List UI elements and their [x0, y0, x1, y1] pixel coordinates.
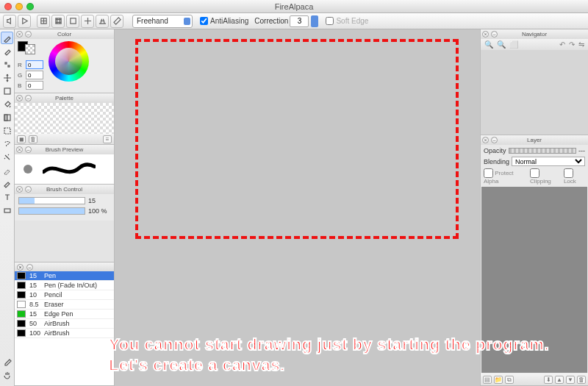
dot-tool[interactable]: [1, 58, 13, 71]
select-pen-tool[interactable]: [1, 164, 13, 176]
wand-tool[interactable]: [1, 151, 13, 163]
stroke-mode-dropdown[interactable]: Freehand: [132, 15, 193, 28]
shape-tool[interactable]: [1, 204, 13, 216]
color-wheel[interactable]: [49, 41, 89, 82]
protect-alpha-checkbox[interactable]: Protect Alpha: [484, 168, 526, 185]
close-icon[interactable]: ×: [17, 264, 24, 271]
color-panel: ×–Color R G B: [15, 29, 114, 93]
select-lasso-tool[interactable]: [1, 137, 13, 150]
move-up-button[interactable]: ▲: [555, 376, 564, 384]
canvas-area[interactable]: [115, 29, 481, 386]
zoom-out-icon[interactable]: 🔍: [497, 40, 506, 49]
eyedropper-tool[interactable]: [1, 355, 13, 368]
palette-menu-button[interactable]: ≡: [103, 135, 112, 143]
softedge-input[interactable]: [326, 17, 334, 25]
brush-row[interactable]: 10Pencil: [15, 290, 114, 300]
grid-icon[interactable]: [37, 15, 50, 28]
brush-row[interactable]: 15Pen (Fade In/Out): [15, 281, 114, 290]
new-folder-button[interactable]: 📁: [494, 376, 503, 384]
opacity-value: ---: [578, 147, 585, 154]
ruler-icon[interactable]: [110, 15, 123, 28]
grid4-icon[interactable]: [51, 15, 65, 28]
brush-preview-title: Brush Preview: [46, 146, 84, 153]
brush-list-panel: ×– 15Pen15Pen (Fade In/Out)10Pencil8.5Er…: [15, 262, 114, 386]
speaker-icon[interactable]: [3, 15, 16, 28]
b-input[interactable]: [26, 81, 43, 90]
brush-stroke-preview: [43, 161, 96, 177]
collapse-icon[interactable]: –: [25, 146, 32, 153]
blending-dropdown[interactable]: Normal: [512, 157, 585, 166]
fg-bg-swatch[interactable]: [18, 41, 43, 54]
collapse-icon[interactable]: –: [25, 95, 32, 101]
brush-size: 50: [28, 320, 44, 327]
close-icon[interactable]: ×: [16, 31, 23, 37]
brush-swatch: [17, 272, 26, 279]
correction-spinner[interactable]: [311, 15, 318, 27]
select-rect-tool[interactable]: [1, 124, 13, 137]
antialias-input[interactable]: [200, 17, 208, 25]
brush-row[interactable]: 8.5Eraser: [15, 300, 114, 310]
bucket-tool[interactable]: [1, 98, 13, 110]
collapse-icon[interactable]: –: [491, 31, 498, 37]
move-down-button[interactable]: ▼: [566, 376, 575, 384]
brush-size: 15: [28, 282, 44, 289]
rotate-left-icon[interactable]: ↶: [559, 40, 565, 49]
softedge-checkbox[interactable]: Soft Edge: [326, 17, 368, 25]
gradient-tool[interactable]: [1, 111, 13, 124]
hand-tool[interactable]: [1, 368, 13, 381]
flip-icon[interactable]: ⇋: [578, 40, 584, 49]
collapse-icon[interactable]: –: [26, 264, 33, 271]
collapse-icon[interactable]: –: [25, 186, 32, 193]
crosshair-icon[interactable]: [81, 15, 94, 28]
close-icon[interactable]: ×: [16, 146, 23, 153]
close-icon[interactable]: ×: [482, 31, 489, 37]
color-panel-title: Color: [57, 31, 71, 37]
merge-down-button[interactable]: ⬇: [544, 376, 553, 384]
r-input[interactable]: [26, 60, 43, 69]
zoom-in-icon[interactable]: 🔍: [484, 40, 493, 49]
close-icon[interactable]: ×: [16, 95, 23, 101]
add-swatch-button[interactable]: ◼: [17, 135, 26, 143]
delete-swatch-button[interactable]: 🗑: [29, 135, 37, 143]
app-title: FireAlpaca: [4, 2, 584, 11]
antialias-label: AntiAliasing: [210, 17, 248, 25]
navigator-view[interactable]: [481, 50, 588, 135]
brush-size: 100: [28, 329, 44, 337]
collapse-icon[interactable]: –: [491, 137, 498, 143]
brush-swatch: [17, 291, 26, 299]
play-icon[interactable]: [18, 15, 31, 28]
lock-checkbox[interactable]: Lock: [564, 168, 585, 185]
layer-opacity-slider[interactable]: [509, 148, 576, 154]
g-input[interactable]: [26, 71, 43, 79]
brush-row[interactable]: 15Pen: [15, 271, 114, 281]
duplicate-layer-button[interactable]: ⧉: [505, 376, 514, 384]
svg-rect-7: [4, 209, 10, 212]
titlebar: FireAlpaca: [0, 0, 588, 13]
palette-grid[interactable]: [15, 103, 114, 134]
delete-layer-button[interactable]: 🗑: [577, 376, 586, 384]
new-layer-button[interactable]: ▤: [483, 376, 492, 384]
clipping-checkbox[interactable]: Clipping: [530, 168, 559, 185]
move-tool[interactable]: [1, 71, 13, 84]
svg-rect-6: [4, 128, 10, 134]
perspective-icon[interactable]: [96, 15, 109, 28]
antialias-checkbox[interactable]: AntiAliasing: [200, 17, 248, 25]
brush-row[interactable]: 15Edge Pen: [15, 310, 114, 319]
correction-input[interactable]: [290, 15, 309, 27]
brush-tool[interactable]: [1, 32, 13, 44]
r-label: R: [18, 62, 24, 68]
frame-icon[interactable]: [66, 15, 79, 28]
brush-size-slider[interactable]: 15: [18, 197, 110, 204]
text-tool[interactable]: [1, 190, 13, 203]
close-icon[interactable]: ×: [16, 186, 23, 193]
fit-icon[interactable]: ⬜: [509, 40, 518, 49]
close-icon[interactable]: ×: [482, 137, 489, 143]
select-erase-tool[interactable]: [1, 177, 13, 190]
brush-opacity-slider[interactable]: 100 %: [18, 207, 110, 215]
brush-row[interactable]: 100AirBrush: [15, 329, 114, 338]
collapse-icon[interactable]: –: [25, 31, 32, 37]
eraser-tool[interactable]: [1, 45, 13, 57]
brush-row[interactable]: 50AirBrush: [15, 319, 114, 329]
rotate-right-icon[interactable]: ↷: [569, 40, 575, 49]
fill-tool[interactable]: [1, 85, 13, 97]
